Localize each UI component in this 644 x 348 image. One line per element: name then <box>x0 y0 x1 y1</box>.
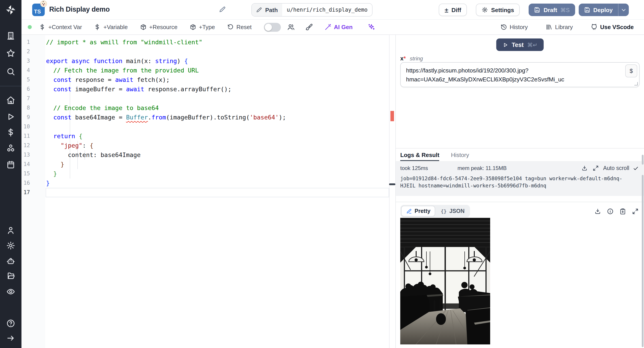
tab-history[interactable]: History <box>451 148 469 161</box>
history-button[interactable]: History <box>500 24 528 30</box>
auto-scroll-label: Auto scroll <box>603 165 629 171</box>
path-value: u/henri/rich_display_demo <box>282 4 372 16</box>
code-line[interactable]: 17 <box>22 188 389 197</box>
insert-variable-button[interactable]: $ <box>625 64 637 78</box>
code-line[interactable]: 12 "jpeg": { <box>22 141 389 150</box>
expand-logs-icon[interactable] <box>592 165 598 171</box>
status-dot <box>28 25 32 29</box>
package-icon <box>140 24 146 30</box>
sidebar-expand-button[interactable] <box>6 334 15 343</box>
code-line[interactable]: 16} <box>22 178 389 188</box>
argument-x-input[interactable]: https://fastly.picsum.photos/id/192/200/… <box>400 62 640 87</box>
auto-scroll-checkbox[interactable] <box>633 165 639 171</box>
boxes-icon <box>6 144 15 152</box>
sidebar-item-search[interactable] <box>6 67 15 76</box>
windmill-logo-icon[interactable] <box>5 4 16 16</box>
deploy-dropdown-button[interactable] <box>618 4 629 16</box>
sidebar-item-users[interactable] <box>6 226 15 235</box>
test-button[interactable]: Test ⌘↵ <box>496 38 544 51</box>
chevron-down-icon <box>621 7 626 13</box>
logs-scrollbar[interactable] <box>642 155 644 164</box>
code-line[interactable]: 11 return { <box>22 132 389 141</box>
panel-scrollbar[interactable] <box>642 175 644 347</box>
sidebar-item-settings[interactable] <box>6 241 15 250</box>
add-resource-button[interactable]: +Resource <box>140 24 177 30</box>
sidebar-item-variables[interactable] <box>6 128 15 137</box>
ai-gen-button[interactable]: AI Gen <box>324 24 353 30</box>
gear-icon <box>482 7 488 13</box>
sidebar-item-workspace[interactable] <box>6 31 15 40</box>
page-title: Rich Display demo <box>49 5 110 14</box>
sidebar-item-audit-logs[interactable] <box>6 287 15 296</box>
code-line[interactable]: 9 const base64Image = Buffer.from(imageB… <box>22 113 389 122</box>
help-circle-icon <box>6 319 15 328</box>
code-line[interactable]: 7 <box>22 94 389 103</box>
code-line[interactable]: 3export async function main(x: string) { <box>22 56 389 66</box>
copy-result-icon[interactable] <box>620 208 626 214</box>
library-button[interactable]: Library <box>546 24 573 30</box>
code-line[interactable]: 6 const imageBuffer = await response.arr… <box>22 84 389 94</box>
sidebar-item-folders[interactable] <box>6 272 15 280</box>
header: TS Rich Display demo Path u/henri/rich_d… <box>22 0 644 20</box>
add-type-button[interactable]: +Type <box>190 24 215 30</box>
braces-icon: {} <box>441 208 447 214</box>
code-line[interactable]: 5 const response = await fetch(x); <box>22 75 389 84</box>
settings-button[interactable]: Settings <box>476 4 520 16</box>
sidebar-item-workers[interactable] <box>6 257 15 266</box>
sidebar <box>0 0 22 348</box>
json-chip[interactable]: {} JSON <box>436 206 469 216</box>
reset-icon <box>227 24 234 30</box>
code-editor[interactable]: 1// import * as wmill from "windmill-cli… <box>22 35 395 348</box>
deploy-button[interactable]: Deploy <box>578 4 618 16</box>
edit-summary-pencil-icon[interactable] <box>219 6 226 13</box>
sidebar-item-resources[interactable] <box>6 144 15 152</box>
argument-value-line2: hmac=UAXa6z_MKaSlyDXrwECLl6XBp0jzyV3C2eS… <box>406 75 621 84</box>
bottom-tabs: Logs & Result History <box>396 148 644 161</box>
deploy-button-group: Deploy <box>578 4 629 16</box>
info-icon[interactable] <box>607 208 614 214</box>
use-vscode-button[interactable]: Use VScode <box>591 24 634 30</box>
code-line[interactable]: 2 <box>22 47 389 56</box>
eye-icon <box>6 287 15 296</box>
diff-button[interactable]: ± Diff <box>439 4 467 16</box>
dollar-icon <box>39 24 46 30</box>
code-line[interactable]: 14 } <box>22 160 389 169</box>
reset-button[interactable]: Reset <box>227 24 252 30</box>
windmill-script-editor: TS Rich Display demo Path u/henri/rich_d… <box>0 0 644 348</box>
home-icon <box>6 96 15 105</box>
sidebar-item-help[interactable] <box>6 319 15 328</box>
plus-minus-icon: ± <box>445 6 448 13</box>
logs-box: took 125ms mem peak: 11.15MB Auto scroll… <box>396 161 644 196</box>
code-line[interactable]: 1// import * as wmill from "windmill-cli… <box>22 38 389 47</box>
draft-button[interactable]: Draft ⌘S <box>529 4 575 16</box>
code-line[interactable]: 15 } <box>22 169 389 178</box>
sidebar-item-runs[interactable] <box>6 112 15 121</box>
format-code-brush-icon[interactable] <box>305 23 313 31</box>
add-context-var-button[interactable]: +Context Var <box>39 24 82 30</box>
download-result-icon[interactable] <box>594 208 601 214</box>
path-chip[interactable]: Path u/henri/rich_display_demo <box>251 3 372 16</box>
panel-resize-handle[interactable] <box>389 184 395 185</box>
pretty-chip[interactable]: Pretty <box>401 206 435 216</box>
sidebar-item-schedules[interactable] <box>6 160 15 169</box>
expand-result-icon[interactable] <box>632 208 639 214</box>
draft-shortcut: ⌘S <box>560 6 570 13</box>
code-line[interactable]: 13 content: base64Image <box>22 150 389 160</box>
history-clock-icon <box>500 24 507 30</box>
pencil-icon <box>256 7 262 13</box>
code-line[interactable]: 4 // Fetch the image from the provided U… <box>22 66 389 75</box>
add-variable-button[interactable]: +Variable <box>94 24 128 30</box>
download-logs-icon[interactable] <box>581 165 588 171</box>
tab-logs-and-result[interactable]: Logs & Result <box>400 148 440 161</box>
sidebar-item-favorites[interactable] <box>6 49 15 58</box>
multiplayer-users-icon[interactable] <box>287 23 294 31</box>
multiplayer-toggle[interactable] <box>264 22 281 32</box>
ai-sparkles-icon[interactable] <box>368 23 375 31</box>
magic-wand-icon <box>324 24 331 30</box>
star-icon <box>6 49 15 58</box>
sidebar-item-home[interactable] <box>6 96 15 105</box>
user-icon <box>6 226 15 235</box>
run-panel: Test ⌘↵ x* string https://fastly.picsum.… <box>395 35 644 348</box>
code-line[interactable]: 8 // Encode the image to base64 <box>22 103 389 113</box>
code-line[interactable]: 10 <box>22 122 389 132</box>
